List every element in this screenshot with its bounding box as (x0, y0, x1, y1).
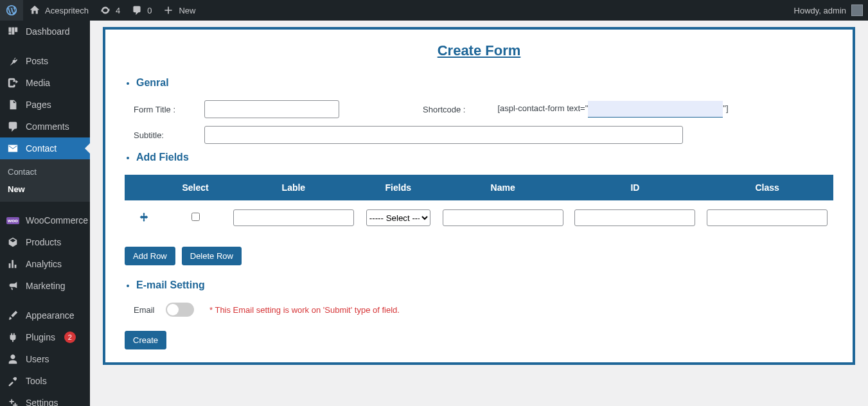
updates-count: 4 (116, 6, 120, 15)
sidebar-item-dashboard[interactable]: Dashboard (0, 21, 90, 42)
sidebar-item-pages[interactable]: Pages (0, 94, 90, 116)
avatar (851, 4, 863, 16)
sidebar-label: Media (26, 78, 50, 88)
sidebar-label: Settings (26, 398, 58, 406)
sidebar-label: WooCommerce (26, 215, 88, 225)
th-select: Select (163, 175, 227, 200)
sidebar-label: Products (26, 237, 61, 247)
sidebar-item-marketing[interactable]: Marketing (0, 275, 90, 297)
row-label-input[interactable] (233, 209, 354, 226)
content-area: Create Form Genral Form Title : Shortcod… (90, 21, 868, 406)
sidebar-label: Posts (26, 56, 48, 66)
email-row: Email * This Email setting is work on 'S… (125, 303, 833, 317)
sidebar-item-comments[interactable]: Comments (0, 116, 90, 137)
sidebar-item-posts[interactable]: Posts (0, 50, 90, 72)
user-icon (6, 353, 19, 366)
row-buttons: Add Row Delete Row (125, 247, 833, 265)
create-button[interactable]: Create (125, 331, 166, 349)
form-card: Create Form Genral Form Title : Shortcod… (103, 27, 855, 365)
th-fields: Fields (360, 175, 437, 200)
form-title-label: Form Title : (134, 105, 204, 114)
sidebar-item-media[interactable]: Media (0, 72, 90, 94)
dashboard-icon (6, 25, 19, 38)
sidebar-item-tools[interactable]: Tools (0, 370, 90, 392)
page-title: Create Form (125, 42, 833, 59)
sidebar-label: Dashboard (26, 26, 70, 37)
sidebar-item-plugins[interactable]: Plugins 2 (0, 326, 90, 348)
form-title-input[interactable] (204, 100, 339, 118)
plugin-icon (6, 331, 19, 344)
row-checkbox[interactable] (191, 213, 200, 221)
email-toggle[interactable] (166, 303, 194, 317)
updates-item[interactable]: 4 (94, 0, 125, 21)
sidebar-submenu: Contact New (0, 159, 90, 202)
wrench-icon (6, 375, 19, 387)
sidebar-label: Pages (26, 100, 51, 110)
section-addfields: Add Fields (136, 152, 189, 163)
subtitle-label: Subtitle: (134, 130, 204, 140)
admin-bar-right[interactable]: Howdy, admin (794, 4, 868, 16)
plus-icon (162, 4, 175, 17)
home-icon (28, 4, 41, 17)
row-class-input[interactable] (707, 209, 828, 226)
update-icon (99, 4, 112, 17)
woo-icon: woo (6, 214, 19, 227)
comment-icon (6, 120, 19, 133)
form-title-row: Form Title : Shortcode : [aspl-contact-f… (134, 100, 833, 118)
section-general: Genral (136, 77, 169, 88)
comments-icon (130, 4, 143, 17)
sidebar-item-woocommerce[interactable]: woo WooCommerce (0, 209, 90, 231)
comments-count: 0 (147, 6, 152, 15)
shortcode-box: Shortcode : [aspl-contact-form text=""] (423, 101, 729, 118)
sidebar-item-analytics[interactable]: Analytics (0, 253, 90, 275)
sidebar-item-products[interactable]: Products (0, 231, 90, 253)
row-fields-select[interactable]: ----- Select ---- (366, 209, 430, 226)
th-class: Class (701, 175, 833, 200)
sidebar-item-appearance[interactable]: Appearance (0, 304, 90, 326)
sidebar-label: Users (26, 354, 49, 364)
sidebar-label: Comments (26, 121, 69, 132)
wp-logo-item[interactable] (0, 0, 23, 21)
section-email: E-mail Setting (136, 279, 205, 290)
chart-icon (6, 258, 19, 270)
new-item[interactable]: New (157, 0, 200, 21)
sidebar-label: Analytics (26, 259, 62, 269)
shortcode-highlight (588, 101, 723, 118)
mail-icon (6, 142, 19, 155)
new-label: New (179, 6, 195, 15)
th-id: ID (569, 175, 702, 200)
th-label: Lable (227, 175, 360, 200)
move-icon[interactable] (138, 211, 150, 223)
table-row: ----- Select ---- (125, 200, 833, 235)
megaphone-icon (6, 279, 19, 292)
delete-row-button[interactable]: Delete Row (182, 247, 242, 265)
wordpress-icon (5, 4, 18, 17)
sidebar-item-users[interactable]: Users (0, 348, 90, 370)
sidebar-sub-new[interactable]: New (0, 181, 90, 198)
subtitle-row: Subtitle: (134, 126, 833, 144)
admin-sidebar: Dashboard Posts Media Pages Comments Con… (0, 21, 90, 406)
sidebar-item-settings[interactable]: Settings (0, 392, 90, 406)
email-label: Email (134, 305, 166, 315)
sidebar-label: Contact (26, 143, 57, 154)
site-name: Acespritech (45, 6, 89, 15)
product-icon (6, 236, 19, 249)
fields-table: Select Lable Fields Name ID Class ----- … (125, 175, 833, 235)
comments-item[interactable]: 0 (125, 0, 157, 21)
shortcode-label: Shortcode : (423, 105, 466, 114)
subtitle-input[interactable] (204, 126, 683, 144)
row-id-input[interactable] (574, 209, 695, 226)
row-name-input[interactable] (443, 209, 563, 226)
pin-icon (6, 55, 19, 67)
sidebar-label: Plugins (26, 332, 55, 342)
sidebar-label: Tools (26, 376, 47, 386)
brush-icon (6, 309, 19, 322)
sidebar-sub-contact[interactable]: Contact (0, 163, 90, 181)
page-icon (6, 98, 19, 111)
sidebar-label: Appearance (26, 310, 75, 321)
sidebar-item-contact[interactable]: Contact (0, 137, 90, 159)
th-name: Name (437, 175, 569, 200)
site-name-item[interactable]: Acespritech (23, 0, 94, 21)
add-row-button[interactable]: Add Row (125, 247, 175, 265)
admin-bar-left: Acespritech 4 0 New (0, 0, 200, 21)
